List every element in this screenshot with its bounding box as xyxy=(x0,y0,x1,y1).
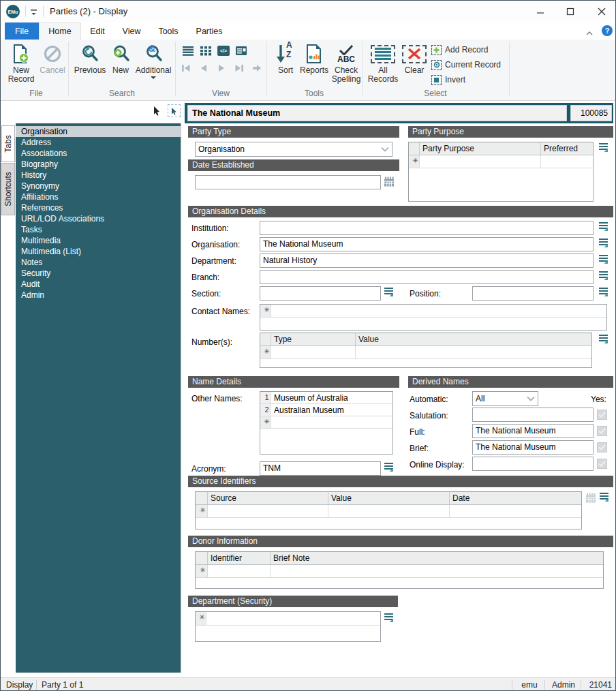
brief-yes-checkbox[interactable] xyxy=(597,442,607,452)
next-record-button[interactable] xyxy=(216,63,227,76)
contact-names-grid[interactable]: ✳ xyxy=(260,304,607,331)
party-purpose-grid[interactable]: Party PurposePreferred ✳ xyxy=(408,142,594,202)
sidebar-item-synonymy[interactable]: Synonymy xyxy=(16,181,181,191)
tab-view[interactable]: View xyxy=(114,22,149,40)
sidebar-item-admin[interactable]: Admin xyxy=(16,290,181,301)
last-record-button[interactable] xyxy=(234,63,245,76)
grid-cell[interactable] xyxy=(356,346,591,358)
collapse-ribbon-button[interactable] xyxy=(585,27,594,39)
date-established-field[interactable] xyxy=(195,175,381,189)
numbers-grid[interactable]: TypeValue ✳ xyxy=(260,333,592,368)
sidebar-item-multimedia-list[interactable]: Multimedia (List) xyxy=(16,246,181,257)
full-yes-checkbox[interactable] xyxy=(597,426,607,436)
other-name-cell[interactable]: Museum of Australia xyxy=(271,392,392,403)
organisation-lookup-button[interactable] xyxy=(598,238,609,249)
sidebar-item-address[interactable]: Address xyxy=(16,137,181,148)
tab-file[interactable]: File xyxy=(5,22,39,40)
grid-cell[interactable] xyxy=(271,305,606,317)
acronym-field[interactable]: TNM xyxy=(260,461,381,476)
side-tab-tabs[interactable]: Tabs xyxy=(1,125,15,162)
grid-cell[interactable] xyxy=(208,565,271,577)
grid-cell[interactable] xyxy=(206,612,380,625)
salutation-field[interactable] xyxy=(472,408,594,422)
automatic-combobox[interactable]: All xyxy=(472,391,538,406)
reports-button[interactable]: Reports xyxy=(298,42,330,75)
tab-edit[interactable]: Edit xyxy=(81,22,114,40)
maximize-button[interactable] xyxy=(555,1,585,22)
select-current-record-button[interactable]: Current Record xyxy=(431,59,501,71)
numbers-lookup-button[interactable] xyxy=(598,334,609,345)
previous-record-button[interactable] xyxy=(198,63,209,76)
help-button[interactable]: ? xyxy=(602,25,613,36)
additional-search-button[interactable]: & Additional xyxy=(133,42,174,79)
source-lookup-button[interactable] xyxy=(599,492,610,503)
branch-field[interactable] xyxy=(260,270,594,284)
view-form-button[interactable] xyxy=(235,46,247,59)
quick-access-toolbar-button[interactable] xyxy=(29,7,39,20)
grid-cell[interactable] xyxy=(271,565,603,577)
section-lookup-button[interactable] xyxy=(384,287,395,298)
grid-cell[interactable] xyxy=(420,155,541,168)
select-mode-button[interactable] xyxy=(168,104,181,117)
grid-cell[interactable] xyxy=(450,505,581,517)
tab-tools[interactable]: Tools xyxy=(149,22,187,40)
acronym-lookup-button[interactable] xyxy=(384,462,395,473)
position-field[interactable] xyxy=(472,286,594,301)
party-type-combobox[interactable]: Organisation xyxy=(195,142,392,157)
other-names-grid[interactable]: 1Museum of Australia 2Australian Museum … xyxy=(260,391,393,455)
sidebar-item-audit[interactable]: Audit xyxy=(16,279,181,290)
view-grid-button[interactable] xyxy=(200,46,212,59)
tab-parties[interactable]: Parties xyxy=(187,22,231,40)
salutation-yes-checkbox[interactable] xyxy=(597,410,607,420)
tab-home[interactable]: Home xyxy=(39,22,81,40)
section-field[interactable] xyxy=(260,286,381,301)
sidebar-item-biography[interactable]: Biography xyxy=(16,159,181,170)
party-purpose-lookup-button[interactable] xyxy=(598,142,609,153)
cancel-button[interactable]: Cancel xyxy=(37,42,67,75)
grid-cell[interactable] xyxy=(208,505,328,517)
select-add-record-button[interactable]: Add Record xyxy=(431,44,488,56)
full-name-field[interactable]: The National Museum xyxy=(472,424,594,438)
pointer-tool-button[interactable] xyxy=(152,106,161,119)
department-field[interactable]: Natural History xyxy=(260,254,594,268)
sidebar-item-history[interactable]: History xyxy=(16,170,181,181)
source-date-calendar-button[interactable] xyxy=(585,493,596,506)
sort-button[interactable]: A Z Sort xyxy=(272,42,299,75)
department-security-grid[interactable]: ✳ xyxy=(195,611,381,642)
goto-record-button[interactable] xyxy=(251,63,262,76)
sidebar-item-security[interactable]: Security xyxy=(16,268,181,279)
new-search-button[interactable]: New xyxy=(108,42,133,75)
department-security-lookup-button[interactable] xyxy=(384,613,395,624)
close-button[interactable] xyxy=(586,1,616,22)
first-record-button[interactable] xyxy=(181,63,191,76)
view-code-button[interactable]: </> xyxy=(217,46,230,56)
sidebar-item-references[interactable]: References xyxy=(16,202,181,213)
grid-cell[interactable] xyxy=(541,155,593,168)
organisation-field[interactable]: The National Museum xyxy=(260,237,594,251)
sidebar-item-multimedia[interactable]: Multimedia xyxy=(16,235,181,246)
new-record-button[interactable]: New Record xyxy=(5,42,37,84)
online-display-field[interactable] xyxy=(472,457,594,471)
grid-cell[interactable] xyxy=(271,346,356,358)
sidebar-item-tasks[interactable]: Tasks xyxy=(16,224,181,235)
other-name-cell[interactable]: Australian Museum xyxy=(271,404,392,416)
grid-cell[interactable] xyxy=(328,505,450,517)
view-list-button[interactable] xyxy=(182,46,194,59)
branch-lookup-button[interactable] xyxy=(598,271,609,281)
select-invert-button[interactable]: Invert xyxy=(431,74,465,86)
sidebar-item-organisation[interactable]: Organisation xyxy=(16,126,181,137)
clear-selection-button[interactable]: Clear xyxy=(400,42,429,75)
sidebar-item-notes[interactable]: Notes xyxy=(16,257,181,268)
brief-name-field[interactable]: The National Museum xyxy=(472,440,594,455)
institution-field[interactable] xyxy=(260,221,594,235)
department-lookup-button[interactable] xyxy=(598,254,609,265)
grid-cell[interactable] xyxy=(271,416,392,428)
institution-lookup-button[interactable] xyxy=(598,221,609,232)
minimize-button[interactable] xyxy=(525,1,555,22)
source-identifiers-grid[interactable]: SourceValueDate ✳ xyxy=(195,491,582,529)
check-spelling-button[interactable]: ABC Check Spelling xyxy=(330,42,362,84)
all-records-button[interactable]: All Records xyxy=(366,42,400,84)
donor-information-grid[interactable]: IdentifierBrief Note ✳ xyxy=(195,551,604,589)
position-lookup-button[interactable] xyxy=(598,287,609,298)
sidebar-item-affiliations[interactable]: Affiliations xyxy=(16,191,181,202)
